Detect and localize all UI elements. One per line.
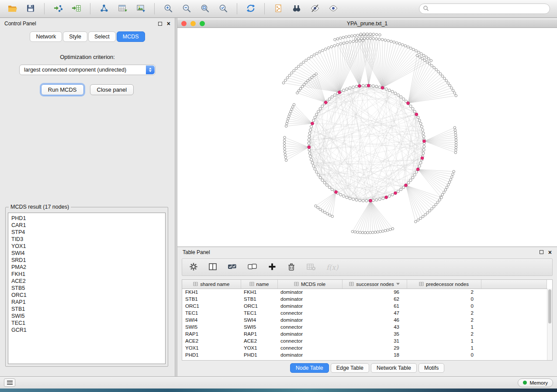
selected-option-label: largest connected component (undirected) (24, 67, 126, 73)
float-panel-icon[interactable] (158, 22, 162, 26)
search-input[interactable] (431, 6, 546, 12)
network-canvas[interactable] (177, 28, 557, 246)
table-panel-title: Table Panel (183, 249, 210, 255)
tab-motifs[interactable]: Motifs (419, 363, 444, 373)
control-panel: Control Panel × Network Style Select MCD… (0, 18, 175, 376)
tab-network[interactable]: Network (30, 31, 62, 42)
tab-node-table[interactable]: Node Table (290, 363, 329, 373)
tab-network-table[interactable]: Network Table (371, 363, 417, 373)
column-header-name[interactable]: name (241, 280, 277, 289)
run-mcds-button[interactable]: Run MCDS (41, 84, 84, 95)
copy-style-button[interactable] (270, 2, 286, 16)
mcds-result-item[interactable]: TID3 (11, 236, 165, 243)
search-box (419, 3, 550, 14)
apply-layout-button[interactable] (243, 2, 259, 16)
toolbar-separator (44, 3, 45, 14)
column-menu-icon (249, 282, 254, 286)
table-row[interactable]: RAP1RAP1dominator352 (182, 330, 547, 337)
memory-label: Memory (529, 380, 548, 385)
control-panel-title: Control Panel (4, 21, 36, 27)
table-row[interactable]: STB1STB1dominator620 (182, 296, 547, 303)
create-column-button[interactable] (268, 262, 277, 272)
control-panel-tabs: Network Style Select MCDS (0, 31, 175, 42)
node-table-body: FKH1FKH1dominator962STB1STB1dominator620… (182, 289, 547, 358)
mcds-result-item[interactable]: FKH1 (11, 271, 165, 278)
column-header-predecessor-nodes[interactable]: predecessor nodes (407, 280, 481, 289)
zoom-fit-button[interactable] (197, 2, 213, 16)
mcds-result-item[interactable]: YOX1 (11, 243, 165, 250)
close-panel-icon[interactable]: × (167, 21, 170, 26)
close-panel-button[interactable]: Close panel (90, 84, 134, 95)
mcds-result-item[interactable]: TEC1 (11, 320, 165, 327)
new-network-button[interactable] (96, 2, 112, 16)
tab-style[interactable]: Style (63, 31, 87, 42)
eye-slash-icon (310, 3, 320, 14)
select-stepper-icon (146, 65, 155, 74)
desktop-background (0, 389, 557, 392)
zoom-selected-button[interactable] (215, 2, 231, 16)
hide-graphics-details-button[interactable] (307, 2, 323, 16)
mcds-result-item[interactable]: ORC1 (11, 292, 165, 299)
table-row[interactable]: FKH1FKH1dominator962 (182, 289, 547, 296)
deselect-all-button[interactable] (248, 262, 257, 272)
table-row[interactable]: ORC1ORC1dominator610 (182, 303, 547, 309)
float-table-panel-icon[interactable] (540, 250, 543, 254)
mcds-result-title: MCDS result (17 nodes) (9, 204, 71, 210)
mcds-result-item[interactable]: GCR1 (11, 327, 165, 334)
network-window-titlebar[interactable]: YPA_prune.txt_1 (177, 20, 557, 28)
import-network-icon (53, 3, 63, 14)
column-header-successor-nodes[interactable]: successor nodes (342, 280, 407, 289)
trash-icon (287, 262, 296, 272)
new-table-button[interactable] (114, 2, 130, 16)
close-table-panel-icon[interactable]: × (548, 250, 552, 254)
scrollbar-thumb[interactable] (548, 289, 551, 323)
column-header-mcds-role[interactable]: MCDS role (277, 280, 342, 289)
select-all-button[interactable] (228, 262, 237, 272)
table-row[interactable]: ACE2ACE2connector311 (182, 337, 547, 344)
import-table-button[interactable] (69, 2, 84, 16)
mcds-result-list[interactable]: PHD1CAR1STP4TID3YOX1SWI4SRD1PMA2FKH1ACE2… (8, 213, 166, 364)
optimization-criterion-select[interactable]: largest connected component (undirected) (19, 65, 156, 75)
mcds-result-item[interactable]: PMA2 (11, 264, 165, 271)
show-columns-button[interactable] (208, 262, 217, 272)
memory-button[interactable]: Memory (518, 378, 553, 387)
mcds-result-item[interactable]: STP4 (11, 229, 165, 236)
table-row[interactable]: TEC1TEC1connector472 (182, 309, 547, 316)
mcds-result-item[interactable]: ACE2 (11, 278, 165, 285)
table-header-row: shared name name MCDS role successor nod… (182, 280, 547, 289)
open-folder-icon (7, 3, 17, 14)
mcds-result-item[interactable]: SWI5 (11, 313, 165, 320)
delete-column-button[interactable] (287, 262, 296, 272)
show-graphics-details-button[interactable] (325, 2, 341, 16)
mcds-result-fieldset: MCDS result (17 nodes) PHD1CAR1STP4TID3Y… (5, 204, 168, 367)
open-session-button[interactable] (4, 2, 20, 16)
mcds-result-item[interactable]: STB5 (11, 285, 165, 292)
zoom-in-button[interactable] (160, 2, 176, 16)
tab-select[interactable]: Select (88, 31, 116, 42)
table-row[interactable]: PHD1PHD1dominator180 (182, 351, 547, 358)
network-view[interactable] (177, 28, 557, 246)
tab-edge-table[interactable]: Edge Table (331, 363, 369, 373)
zoom-out-button[interactable] (179, 2, 194, 16)
status-menu-button[interactable] (4, 378, 15, 387)
image-icon (136, 3, 145, 14)
table-row[interactable]: SWI5SWI5connector431 (182, 323, 547, 330)
table-settings-button[interactable] (189, 262, 198, 272)
table-row[interactable]: YOX1YOX1connector291 (182, 344, 547, 351)
table-scrollbar[interactable] (547, 289, 552, 360)
mcds-result-item[interactable]: SWI4 (11, 250, 165, 257)
mcds-result-item[interactable]: PHD1 (11, 215, 165, 222)
find-button[interactable] (289, 2, 304, 16)
mcds-result-item[interactable]: SRD1 (11, 257, 165, 264)
export-image-button[interactable] (133, 2, 149, 16)
tab-mcds[interactable]: MCDS (117, 31, 145, 42)
mcds-result-item[interactable]: STB1 (11, 306, 165, 313)
import-network-button[interactable] (50, 2, 66, 16)
mcds-result-item[interactable]: CAR1 (11, 222, 165, 229)
save-session-button[interactable] (23, 2, 38, 16)
column-menu-icon (193, 282, 198, 286)
column-header-shared-name[interactable]: shared name (182, 280, 241, 289)
mcds-result-item[interactable]: RAP1 (11, 299, 165, 306)
table-row[interactable]: SWI4SWI4dominator462 (182, 316, 547, 323)
main-toolbar (0, 0, 557, 18)
